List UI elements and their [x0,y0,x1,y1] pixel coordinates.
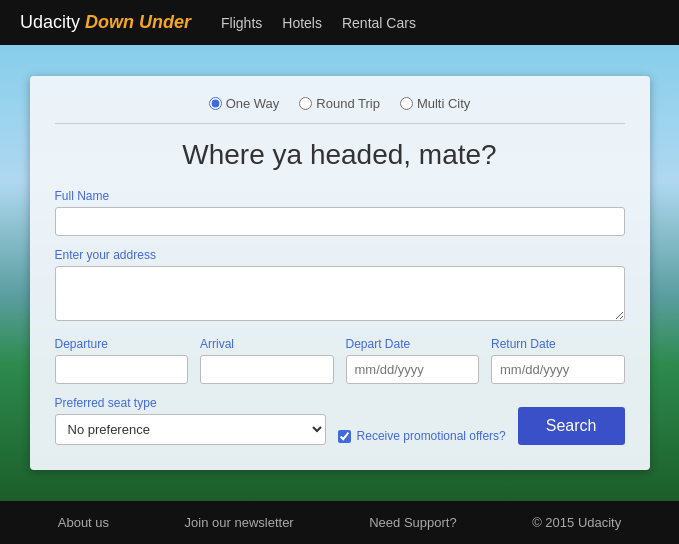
radio-one-way[interactable] [209,97,222,110]
bottom-row: Preferred seat type No preference Window… [55,396,625,445]
promo-checkbox[interactable] [338,430,351,443]
address-label: Enter your address [55,248,625,262]
logo-text: Udacity [20,12,80,32]
arrival-input[interactable] [200,355,334,384]
depart-date-group: Depart Date [346,337,480,384]
travel-details-row: Departure Arrival Depart Date Return Dat… [55,337,625,384]
footer-newsletter[interactable]: Join our newsletter [185,515,294,530]
departure-group: Departure [55,337,189,384]
hero-section: One Way Round Trip Multi City Where ya h… [0,45,679,501]
radio-round-trip[interactable] [299,97,312,110]
promo-group: Receive promotional offers? [338,429,506,443]
depart-date-label: Depart Date [346,337,480,351]
logo: Udacity Down Under [20,12,191,33]
address-input[interactable] [55,266,625,321]
footer-copyright: © 2015 Udacity [532,515,621,530]
return-date-label: Return Date [491,337,625,351]
search-button[interactable]: Search [518,407,625,445]
full-name-input[interactable] [55,207,625,236]
nav-hotels[interactable]: Hotels [282,15,322,31]
promo-label[interactable]: Receive promotional offers? [357,429,506,443]
trip-type-round-trip[interactable]: Round Trip [299,96,380,111]
full-name-group: Full Name [55,189,625,236]
footer-support[interactable]: Need Support? [369,515,456,530]
departure-label: Departure [55,337,189,351]
arrival-label: Arrival [200,337,334,351]
return-date-group: Return Date [491,337,625,384]
return-date-input[interactable] [491,355,625,384]
seat-type-group: Preferred seat type No preference Window… [55,396,326,445]
header: Udacity Down Under Flights Hotels Rental… [0,0,679,45]
departure-input[interactable] [55,355,189,384]
logo-italic: Down Under [85,12,191,32]
nav-rental-cars[interactable]: Rental Cars [342,15,416,31]
radio-multi-city[interactable] [400,97,413,110]
trip-type-one-way[interactable]: One Way [209,96,280,111]
depart-date-input[interactable] [346,355,480,384]
trip-type-selector: One Way Round Trip Multi City [55,96,625,124]
full-name-label: Full Name [55,189,625,203]
main-nav: Flights Hotels Rental Cars [221,15,416,31]
address-group: Enter your address [55,248,625,325]
footer: About us Join our newsletter Need Suppor… [0,501,679,544]
arrival-group: Arrival [200,337,334,384]
trip-type-multi-city[interactable]: Multi City [400,96,470,111]
footer-about[interactable]: About us [58,515,109,530]
seat-type-select[interactable]: No preference Window Aisle Middle [55,414,326,445]
seat-type-label: Preferred seat type [55,396,326,410]
form-heading: Where ya headed, mate? [55,139,625,171]
booking-form-card: One Way Round Trip Multi City Where ya h… [30,76,650,470]
nav-flights[interactable]: Flights [221,15,262,31]
